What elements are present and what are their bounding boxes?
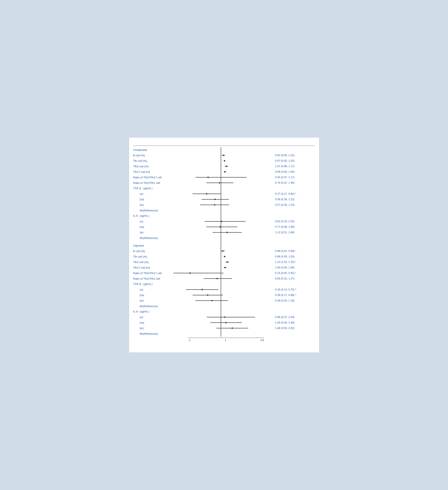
or-value: 0.98 (0.37, 2.63): [275, 316, 295, 319]
plot-area: [188, 314, 273, 320]
row-label: Tfh2 cell (%): [133, 165, 188, 168]
forest-row: 3rd1.48 (0.62, 3.52): [133, 325, 315, 331]
plot-area: [188, 147, 273, 153]
axis-label-ref: 1: [225, 339, 226, 342]
row-label: 4th(Reference): [133, 236, 188, 240]
row-label: 2nd: [133, 198, 188, 201]
or-value: 0.39 (0.17, 0.89) *: [275, 294, 296, 297]
forest-row: 3rd0.49 (0.20, 1.18): [133, 298, 315, 303]
row-label: 2nd: [133, 225, 188, 228]
forest-row: Ratio of Tfh2/Tfh17 cell0.15 (0.02, 0.92…: [133, 270, 315, 276]
plot-area: [188, 213, 273, 219]
axis-labels: -1 1 3.6: [188, 339, 264, 342]
forest-row: Tfh2 cell (%)1.07 (0.98, 1.17): [133, 164, 315, 169]
axis-label-min: -1: [188, 339, 191, 342]
point-estimate: [214, 204, 216, 206]
row-label: Tfh17 cell (%): [133, 170, 188, 174]
row-label: Tfh17 cell (%): [133, 266, 188, 269]
plot-area: [188, 265, 273, 270]
plot-area: [188, 164, 273, 169]
row-label: TGF-β（pg/mL）: [133, 186, 188, 190]
point-estimate: [224, 316, 226, 318]
or-value: 0.49 (0.20, 1.18): [275, 299, 295, 302]
plot-area: [188, 180, 273, 186]
plot-area: [188, 276, 273, 281]
point-estimate: [226, 232, 228, 233]
forest-row: 1st0.37 (0.17, 0.82) *: [133, 191, 315, 197]
forest-row: 4th(Reference): [133, 303, 315, 309]
or-value: 0.37 (0.17, 0.82) *: [275, 192, 296, 195]
or-value: 1.48 (0.62, 3.52): [275, 327, 295, 330]
or-value: 0.29 (0.12, 0.70) *: [275, 288, 296, 291]
plot-area: [188, 235, 273, 241]
row-label: TGF-β（pg/mL）: [133, 282, 188, 286]
forest-row: 1st0.29 (0.12, 0.70) *: [133, 287, 315, 292]
row-label: 4th(Reference): [133, 332, 188, 335]
forest-row: 2nd0.58 (0.28, 1.22): [133, 197, 315, 202]
ci-line: [206, 227, 237, 227]
plot-area: [188, 175, 273, 180]
row-label: 3rd: [133, 203, 188, 207]
point-estimate: [224, 171, 226, 173]
plot-area: [188, 309, 273, 314]
point-estimate: [224, 160, 225, 162]
point-estimate: [227, 261, 228, 263]
sub-header: IL-6（pg/mL）: [133, 213, 315, 219]
point-estimate: [206, 193, 207, 195]
or-value: 1.12 (0.51, 2.46): [275, 231, 295, 234]
point-estimate: [224, 267, 226, 268]
plot-area: [188, 224, 273, 230]
forest-row: B cell (%)0.92 (0.85, 1.01): [133, 153, 315, 158]
row-label: Ratio of Tfh2/Tfh1 cell: [133, 277, 188, 280]
plot-area: [188, 219, 273, 224]
plot-area: [188, 169, 273, 175]
point-estimate: [231, 327, 233, 329]
forest-row: 3rd0.57 (0.26, 1.23): [133, 202, 315, 208]
or-value: 0.97 (0.93, 1.02): [275, 159, 295, 162]
forest-row: 1st0.82 (0.33, 2.02): [133, 219, 315, 224]
row-label: Unadjusted: [133, 148, 188, 151]
or-value: 0.15 (0.02, 0.92) *: [275, 271, 296, 275]
forest-body: UnadjustedB cell (%)0.92 (0.85, 1.01)Tfh…: [133, 147, 315, 336]
forest-row: 2nd1.05 (0.45, 2.46): [133, 320, 315, 325]
or-value: 1.07 (0.98, 1.17): [275, 165, 295, 168]
plot-area: [188, 254, 273, 259]
plot-area: [188, 281, 273, 287]
ci-line: [207, 317, 255, 317]
plot-area: [188, 303, 273, 309]
axis-line: [188, 338, 264, 338]
point-estimate: [207, 294, 209, 296]
or-value: 1.00 (0.93, 1.08): [275, 266, 295, 269]
plot-area: [188, 292, 273, 298]
row-label: 3rd: [133, 231, 188, 234]
forest-row: 2nd0.39 (0.17, 0.89) *: [133, 292, 315, 298]
row-label: Ratio of Tfh2/Tfh1 cell: [133, 181, 188, 184]
or-value: 0.65 (0.31, 1.37): [275, 277, 295, 280]
forest-row: 4th(Reference): [133, 235, 315, 241]
or-value: 0.58 (0.28, 1.22): [275, 198, 295, 201]
forest-row: Ratio of Tfh2/Tfh1 cell0.74 (0.37, 1.46): [133, 180, 315, 186]
sub-header: IL-6（pg/mL）: [133, 309, 315, 314]
point-estimate: [207, 176, 209, 178]
or-value: 0.77 (0.36, 1.66): [275, 225, 295, 228]
plot-area: [188, 248, 273, 254]
or-value: 0.92 (0.85, 1.01): [275, 154, 295, 157]
section-header: Adjusted: [133, 243, 315, 248]
forest-row: Ratio of Tfh2/Tfh17 cell0.40 (0.07, 2.17…: [133, 175, 315, 180]
row-label: Tfh cell (%): [133, 255, 188, 258]
row-label: 2nd: [133, 321, 188, 324]
forest-row: 3rd1.12 (0.51, 2.46): [133, 230, 315, 235]
forest-row: Tfh cell (%)0.97 (0.93, 1.02): [133, 158, 315, 164]
point-estimate: [214, 199, 216, 200]
plot-area: [188, 202, 273, 208]
or-value: 1.05 (0.45, 2.46): [275, 321, 295, 324]
plot-area: [188, 208, 273, 213]
row-label: B cell (%): [133, 250, 188, 253]
ci-line: [205, 221, 246, 222]
point-estimate: [211, 300, 213, 301]
or-value: 1.13 (1.03, 1.25) *: [275, 261, 296, 263]
plot-area: [188, 153, 273, 158]
row-label: 2nd: [133, 294, 188, 297]
plot-area: [188, 230, 273, 235]
point-estimate: [224, 256, 226, 257]
